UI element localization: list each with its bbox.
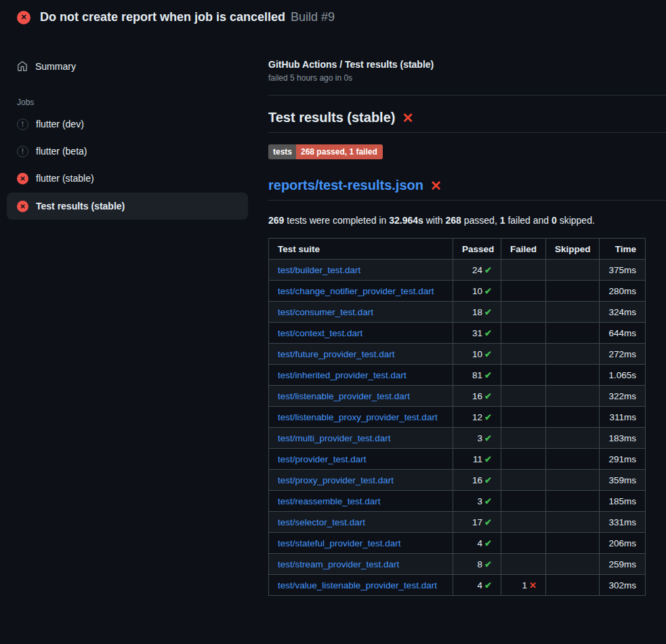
suite-cell: test/selector_test.dart <box>269 512 453 533</box>
summary-failed: 1 <box>500 215 505 226</box>
report-file-link[interactable]: reports/test-results.json <box>268 178 423 193</box>
time-cell: 291ms <box>600 449 646 470</box>
col-header-passed: Passed <box>453 239 501 260</box>
test-suite-link[interactable]: test/consumer_test.dart <box>278 307 373 317</box>
table-row: test/listenable_proxy_provider_test.dart… <box>269 407 646 428</box>
check-icon: ✔ <box>484 475 492 485</box>
failed-cell <box>501 260 546 281</box>
passed-count: 4 <box>478 580 483 590</box>
test-suite-link[interactable]: test/reassemble_test.dart <box>278 496 381 506</box>
check-icon: ✔ <box>484 286 492 296</box>
skipped-cell <box>546 365 600 386</box>
x-circle-icon: ✕ <box>17 173 28 184</box>
test-suite-link[interactable]: test/value_listenable_provider_test.dart <box>278 580 437 590</box>
time-cell: 280ms <box>600 281 646 302</box>
suite-cell: test/inherited_provider_test.dart <box>269 365 453 386</box>
check-run-header: ✕ Do not create report when job is cance… <box>0 0 666 33</box>
suite-cell: test/context_test.dart <box>269 323 453 344</box>
sidebar-item-job[interactable]: !flutter (beta) <box>7 138 248 164</box>
time-cell: 1.065s <box>600 365 646 386</box>
jobs-section-label: Jobs <box>17 98 248 107</box>
sidebar-item-job[interactable]: ✕Test results (stable) <box>7 193 248 220</box>
sidebar-item-label: flutter (beta) <box>36 146 87 157</box>
time-cell: 311ms <box>600 407 646 428</box>
passed-cell: 16✔ <box>453 470 501 491</box>
failed-status-icon: ✕ <box>17 11 30 24</box>
skipped-cell <box>546 470 600 491</box>
passed-cell: 81✔ <box>453 365 501 386</box>
skipped-cell <box>546 449 600 470</box>
table-row: test/provider_test.dart11✔291ms <box>269 449 646 470</box>
test-suite-link[interactable]: test/stream_provider_test.dart <box>278 559 399 569</box>
passed-cell: 31✔ <box>453 323 501 344</box>
check-icon: ✔ <box>484 391 492 401</box>
skipped-cell <box>546 323 600 344</box>
passed-count: 24 <box>472 265 482 275</box>
tests-badge: tests 268 passed, 1 failed <box>268 144 383 159</box>
passed-count: 10 <box>472 286 482 296</box>
x-icon: ✕ <box>529 580 537 590</box>
failed-cell <box>501 365 546 386</box>
sidebar-item-label: flutter (stable) <box>36 173 94 184</box>
passed-count: 16 <box>472 391 482 401</box>
check-icon: ✔ <box>484 454 492 464</box>
sidebar-item-summary[interactable]: Summary <box>7 54 248 79</box>
suite-cell: test/future_provider_test.dart <box>269 344 453 365</box>
x-circle-icon: ✕ <box>17 201 28 212</box>
suite-cell: test/consumer_test.dart <box>269 302 453 323</box>
passed-count: 81 <box>472 370 482 380</box>
failed-x-icon: ✕ <box>402 111 413 125</box>
report-heading: reports/test-results.json ✕ <box>268 178 666 201</box>
passed-count: 3 <box>478 433 483 443</box>
passed-cell: 4✔ <box>453 575 501 596</box>
test-suite-link[interactable]: test/future_provider_test.dart <box>278 349 395 359</box>
sidebar-item-job[interactable]: !flutter (dev) <box>7 111 248 137</box>
skipped-cell <box>546 533 600 554</box>
table-header-row: Test suite Passed Failed Skipped Time <box>269 239 646 260</box>
passed-cell: 8✔ <box>453 554 501 575</box>
skipped-cell <box>546 575 600 596</box>
failed-x-icon: ✕ <box>430 179 442 193</box>
failed-cell <box>501 323 546 344</box>
passed-count: 31 <box>472 328 482 338</box>
time-cell: 272ms <box>600 344 646 365</box>
test-suite-link[interactable]: test/stateful_provider_test.dart <box>278 538 401 548</box>
check-icon: ✔ <box>484 580 492 590</box>
failed-cell: 1✕ <box>501 575 546 596</box>
badge-value: 268 passed, 1 failed <box>296 144 383 159</box>
time-cell: 331ms <box>600 512 646 533</box>
test-suite-link[interactable]: test/builder_test.dart <box>278 265 360 275</box>
failed-cell <box>501 491 546 512</box>
passed-cell: 3✔ <box>453 491 501 512</box>
test-suite-link[interactable]: test/provider_test.dart <box>278 454 367 464</box>
passed-cell: 12✔ <box>453 407 501 428</box>
section-title: Test results (stable) <box>268 110 395 125</box>
test-suite-link[interactable]: test/listenable_proxy_provider_test.dart <box>278 412 438 422</box>
table-row: test/consumer_test.dart18✔324ms <box>269 302 646 323</box>
passed-count: 8 <box>478 559 483 569</box>
check-run-title: Do not create report when job is cancell… <box>40 10 335 24</box>
time-cell: 302ms <box>600 575 646 596</box>
check-icon: ✔ <box>484 370 492 380</box>
passed-count: 12 <box>472 412 482 422</box>
passed-cell: 10✔ <box>453 344 501 365</box>
test-suite-link[interactable]: test/change_notifier_provider_test.dart <box>278 286 434 296</box>
test-suite-link[interactable]: test/selector_test.dart <box>278 517 365 527</box>
failed-cell <box>501 281 546 302</box>
check-icon: ✔ <box>484 307 492 317</box>
sidebar-item-job[interactable]: ✕flutter (stable) <box>7 165 248 191</box>
failed-cell <box>501 554 546 575</box>
status-line: failed 5 hours ago in 0s <box>268 73 666 83</box>
passed-cell: 16✔ <box>453 386 501 407</box>
test-suite-link[interactable]: test/inherited_provider_test.dart <box>278 370 407 380</box>
summary-line: 269 tests were completed in 32.964s with… <box>268 215 666 226</box>
test-suite-link[interactable]: test/context_test.dart <box>278 328 362 338</box>
skipped-cell <box>546 554 600 575</box>
test-suite-link[interactable]: test/proxy_provider_test.dart <box>278 475 394 485</box>
skipped-cell <box>546 302 600 323</box>
skipped-cell <box>546 512 600 533</box>
home-icon <box>17 61 28 72</box>
test-suite-link[interactable]: test/multi_provider_test.dart <box>278 433 391 443</box>
test-suite-link[interactable]: test/listenable_provider_test.dart <box>278 391 410 401</box>
failed-count: 1 <box>522 580 528 590</box>
